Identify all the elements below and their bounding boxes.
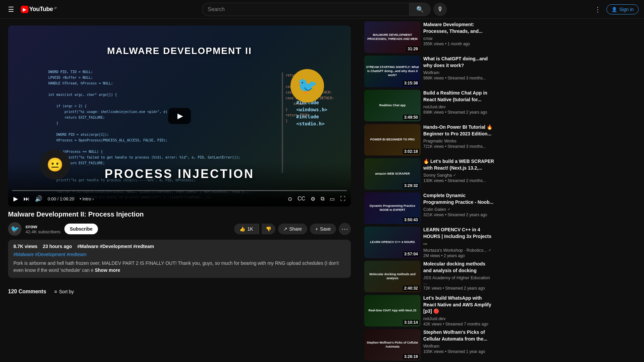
sidebar-video-meta: 721K views • Streamed 3 months... — [423, 144, 494, 149]
next-button[interactable]: ⏭ — [22, 194, 31, 204]
show-more-description[interactable]: Show more — [95, 267, 120, 273]
search-bar: 🔍 🎙 — [202, 3, 447, 16]
like-count: 1K — [247, 226, 253, 232]
sidebar-video-item[interactable]: Realtime Chat app 3:49:50 Build a Realti… — [364, 90, 494, 121]
share-button[interactable]: ↗ Share — [278, 224, 307, 234]
logo-text: YouTube — [29, 6, 53, 13]
sort-label: Sort by — [59, 289, 74, 294]
duration-badge: 3:10:14 — [403, 320, 419, 325]
sidebar-video-info: 🔥 Let's build a WEB SCRAPER with React! … — [423, 158, 494, 190]
sidebar-video-item[interactable]: MALWARE DEVELOPMENT PROCESSES, THREADS A… — [364, 21, 494, 53]
avatar-emoji: 🐦 — [11, 225, 19, 233]
sidebar-video-item[interactable]: POWER BI BEGINNER TO PRO 3:02:18 Hands-O… — [364, 124, 494, 156]
video-thumbnail: MALWARE DEVELOPMENT II DWORD PID, TID = … — [8, 25, 351, 206]
more-actions-button[interactable]: ⋯ — [339, 223, 351, 235]
header-right: ⋮ 👤 Sign in — [592, 3, 639, 16]
sidebar-channel-name: Murtaza's Workshop · Robotics... ✓ — [423, 248, 494, 253]
like-button[interactable]: 👍 1K — [234, 224, 259, 234]
sort-button[interactable]: ≡ Sort by — [54, 289, 74, 294]
channel-info: crow 42.4K subscribers — [25, 224, 60, 234]
thumb-label: LEARN OPENCV C++ 4 HOURS — [369, 239, 416, 246]
logo-jp: JP — [54, 6, 57, 10]
sign-in-button[interactable]: 👤 Sign in — [606, 4, 639, 14]
sidebar-thumbnail: Realtime Chat app 3:49:50 — [364, 90, 421, 121]
sidebar-video-item[interactable]: amazon WEB SCRAPER 3:29:32 🔥 Let's build… — [364, 158, 494, 190]
sign-in-icon: 👤 — [611, 7, 617, 12]
sidebar-video-item[interactable]: STREAM STARTING SHORTLY: What is ChatGPT… — [364, 56, 494, 87]
search-button[interactable]: 🔍 — [409, 3, 431, 16]
verified-icon: ✓ — [453, 173, 456, 177]
sidebar-channel-name: JSS Academy of Higher Education ... — [423, 275, 494, 285]
sidebar-video-title: LEARN OPENCV C++ in 4 HOURS | Including … — [423, 227, 494, 246]
thumb-label: STREAM STARTING SHORTLY: What is ChatGPT… — [364, 64, 421, 78]
duration-badge: 3:57:04 — [403, 251, 419, 257]
duration-badge: 3:29:32 — [403, 183, 419, 188]
progress-bar[interactable] — [12, 190, 347, 191]
sign-in-label: Sign in — [619, 7, 634, 12]
sidebar-thumbnail: LEARN OPENCV C++ 4 HOURS 3:57:04 — [364, 227, 421, 258]
video-title: Malware Development II: Process Injectio… — [8, 210, 351, 218]
thumb-label: Dynamic Programming Practice NOOB to EXP… — [364, 203, 421, 213]
sidebar-video-meta: 355K views • 1 month ago — [423, 42, 494, 46]
time-display: 0:00 / 1:06:20 — [48, 196, 74, 201]
subtitles-button[interactable]: CC — [296, 194, 307, 203]
share-label: Share — [289, 226, 302, 232]
theater-button[interactable]: ▭ — [328, 194, 336, 203]
video-section: MALWARE DEVELOPMENT II DWORD PID, TID = … — [0, 19, 359, 362]
sidebar-video-meta: 130K views • Streamed 2 months... — [423, 178, 494, 183]
sidebar-video-info: Stephen Wolfram's Picks of Cellular Auto… — [423, 329, 494, 361]
sidebar-channel-name: Sonny Sangha ✓ — [423, 173, 494, 178]
sidebar-channel-name: notJust.dev — [423, 104, 494, 109]
menu-button[interactable]: ☰ — [5, 3, 17, 16]
subscribe-button[interactable]: Subscribe — [64, 224, 98, 234]
thumb-label: Stephen Wolfram's Picks of Cellular Auto… — [364, 340, 421, 350]
duration-badge: 3:15:38 — [403, 80, 419, 86]
duration-badge: 3:02:18 — [403, 149, 419, 154]
sidebar-video-item[interactable]: Stephen Wolfram's Picks of Cellular Auto… — [364, 329, 494, 361]
video-meta: 8.7K views 23 hours ago #Malware #Develo… — [13, 244, 345, 249]
hashtag-links[interactable]: #Malware #Development #redteam — [13, 252, 345, 257]
volume-button[interactable]: 🔊 — [34, 194, 44, 204]
more-options-button[interactable]: ⋮ — [592, 3, 604, 16]
channel-name[interactable]: crow — [25, 224, 60, 229]
duration-badge: 31:29 — [406, 46, 419, 52]
fullscreen-button[interactable]: ⛶ — [339, 194, 347, 203]
sidebar-thumbnail: amazon WEB SCRAPER 3:29:32 — [364, 158, 421, 190]
miniplayer-button[interactable]: ⧉ — [319, 194, 326, 203]
sidebar-video-meta: 321K views • Streamed 2 years ago — [423, 213, 494, 217]
logo[interactable]: ▶ YouTube JP — [21, 6, 57, 13]
sidebar-video-item[interactable]: Molecular docking methods and analysis 2… — [364, 261, 494, 292]
play-button[interactable] — [168, 108, 191, 124]
sidebar-video-title: Molecular docking methods and analysis o… — [423, 261, 494, 274]
main-layout: MALWARE DEVELOPMENT II DWORD PID, TID = … — [0, 0, 644, 362]
share-icon: ↗ — [283, 226, 287, 232]
sidebar-video-item[interactable]: LEARN OPENCV C++ 4 HOURS 3:57:04 LEARN O… — [364, 227, 494, 258]
video-player[interactable]: MALWARE DEVELOPMENT II DWORD PID, TID = … — [8, 25, 351, 206]
save-button[interactable]: + Save — [310, 224, 336, 234]
sidebar-channel-name: Pragmatic Works — [423, 138, 494, 143]
sidebar-video-item[interactable]: Dynamic Programming Practice NOOB to EXP… — [364, 192, 494, 224]
subscriber-count: 42.4K subscribers — [25, 229, 60, 234]
channel-avatar[interactable]: 🐦 — [8, 222, 21, 236]
sidebar-thumbnail: Real-time CHAT App with Next.JS 3:10:14 — [364, 295, 421, 326]
sidebar-video-meta: 2M views • 2 years ago — [423, 253, 494, 258]
sidebar-thumbnail: STREAM STARTING SHORTLY: What is ChatGPT… — [364, 56, 421, 87]
search-input[interactable] — [202, 3, 409, 16]
sidebar-video-info: What is ChatGPT doing...and why does it … — [423, 56, 494, 87]
sidebar-video-title: Stephen Wolfram's Picks of Cellular Auto… — [423, 329, 494, 342]
more-icon: ⋮ — [594, 5, 601, 13]
character-mascot: 😐 — [35, 133, 75, 180]
dislike-button[interactable]: 👎 — [262, 224, 275, 234]
sidebar-video-item[interactable]: Real-time CHAT App with Next.JS 3:10:14 … — [364, 295, 494, 326]
mic-icon: 🎙 — [437, 6, 443, 13]
microphone-button[interactable]: 🎙 — [433, 3, 447, 16]
sidebar-video-info: Let's build WhatsApp with React Native a… — [423, 295, 494, 326]
sidebar-thumbnail: POWER BI BEGINNER TO PRO 3:02:18 — [364, 124, 421, 156]
channel-row: 🐦 crow 42.4K subscribers Subscribe 👍 1K … — [8, 222, 351, 236]
autoplay-button[interactable]: ⊙ — [286, 194, 293, 203]
play-pause-button[interactable]: ▶ — [12, 194, 19, 204]
sidebar-thumbnail: Molecular docking methods and analysis 2… — [364, 261, 421, 292]
thumb-label: POWER BI BEGINNER TO PRO — [369, 136, 416, 143]
sidebar-thumbnail: MALWARE DEVELOPMENT PROCESSES, THREADS A… — [364, 21, 421, 53]
settings-button[interactable]: ⚙ — [309, 194, 317, 203]
